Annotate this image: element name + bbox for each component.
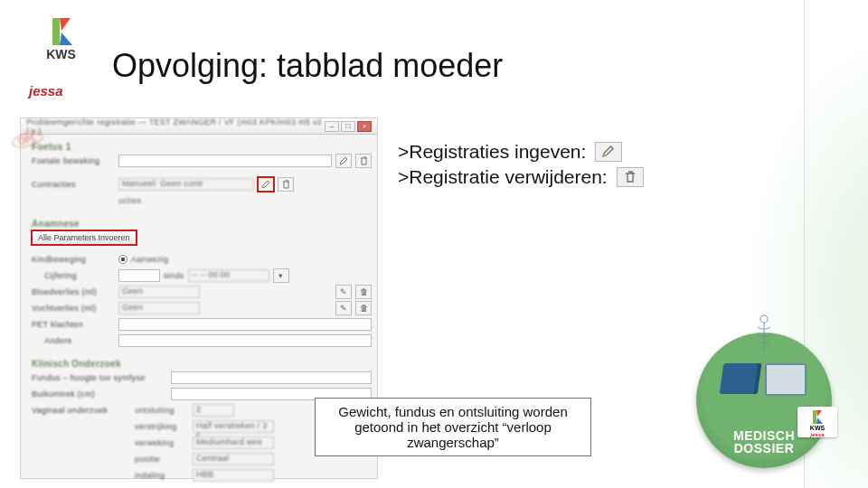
callout-line-1: >Registraties ingeven: xyxy=(398,141,586,163)
label-foetale-bewaking: Foetale bewaking xyxy=(32,156,115,165)
input-vochtverlies[interactable]: Geen xyxy=(118,302,200,314)
input-pet[interactable] xyxy=(118,318,372,331)
svg-marker-0 xyxy=(52,18,60,45)
delete-button[interactable]: 🗑 xyxy=(355,301,372,315)
trash-icon xyxy=(617,167,644,187)
calendar-button[interactable]: ▾ xyxy=(273,268,289,283)
svg-point-3 xyxy=(760,315,768,323)
label-fundus: Fundus – hoogte tov symfyse xyxy=(32,373,167,382)
label-kindbeweging: Kindbeweging xyxy=(32,255,115,264)
label-andere: Andere xyxy=(32,336,115,345)
kws-logo: KWS xyxy=(36,18,86,61)
window-titlebar: Probleemgerichte registratie — TEST ZWAN… xyxy=(21,118,377,135)
label-bloedverlies: Bloedverlies (ml) xyxy=(32,287,115,296)
edit-button[interactable] xyxy=(335,154,352,168)
edit-icon xyxy=(595,142,622,162)
medisch-dossier-badge: MEDISCH DOSSIER KWS jessa xyxy=(696,333,850,468)
edit-button-highlighted[interactable] xyxy=(258,177,274,192)
input-andere[interactable] xyxy=(118,334,372,347)
label-contracties: Contracties xyxy=(32,180,115,189)
input-verweking[interactable]: Mediumhard wee xyxy=(193,436,274,449)
edit-button[interactable]: ✎ xyxy=(335,285,352,299)
input-cijfering[interactable] xyxy=(118,269,160,282)
kws-logo-text: KWS xyxy=(36,47,86,61)
sublabel-verweking: verweking xyxy=(135,438,189,447)
input-positie[interactable]: Centraal xyxy=(193,453,274,465)
svg-marker-4 xyxy=(813,410,816,424)
tag-jessa-label: jessa xyxy=(810,432,824,437)
input-foetale-bewaking[interactable] xyxy=(118,155,332,167)
edit-button[interactable]: ✎ xyxy=(335,301,352,315)
slide-title: Opvolging: tabblad moeder xyxy=(112,47,503,85)
input-indaling[interactable]: HBB xyxy=(193,469,274,482)
folder-icon xyxy=(722,363,807,396)
label-buikomtrek: Buikomtrek (cm) xyxy=(32,389,167,399)
close-button[interactable]: × xyxy=(357,121,372,132)
svg-marker-5 xyxy=(816,410,822,417)
callout-list: >Registraties ingeven: >Registratie verw… xyxy=(398,141,644,192)
svg-marker-1 xyxy=(60,18,71,31)
sublabel-verstrijking: verstrijking xyxy=(135,422,189,431)
delete-button[interactable]: 🗑 xyxy=(355,285,372,299)
input-contracties[interactable]: Manueel: Geen contr xyxy=(118,178,254,191)
label-sinds: sinds xyxy=(164,271,184,280)
kws-tag: KWS jessa xyxy=(797,407,837,437)
kws-logo-mark xyxy=(36,18,86,45)
alle-parameters-button[interactable]: Alle Parameters Invoeren xyxy=(32,230,137,245)
svg-marker-2 xyxy=(60,33,72,45)
section-foetus: Foetus 1 xyxy=(32,142,372,152)
section-klinisch: Klinisch Onderzoek xyxy=(32,359,372,369)
window-controls: – □ × xyxy=(325,121,372,132)
radio-aanwezig[interactable] xyxy=(118,255,127,264)
radio-label: Aanwezig xyxy=(131,255,168,264)
info-callout-box: Gewicht, fundus en ontsluiting worden ge… xyxy=(315,398,591,456)
label-vochtverlies: Vochtverlies (ml) xyxy=(32,304,115,313)
minimize-button[interactable]: – xyxy=(325,121,339,132)
contracties-sub: ucties xyxy=(118,196,141,205)
section-anamnese: Anamnese xyxy=(32,219,372,229)
delete-button[interactable] xyxy=(355,154,372,168)
caduceus-icon xyxy=(752,314,776,358)
badge-line-2: DOSSIER xyxy=(734,441,795,455)
input-sinds-datetime[interactable]: -- -- 00:00 xyxy=(188,269,269,282)
maximize-button[interactable]: □ xyxy=(341,121,355,132)
label-cijfering: Cijfering xyxy=(32,271,115,280)
sublabel-positie: positie xyxy=(135,455,189,464)
label-pet: PET klachten xyxy=(32,320,115,329)
input-verstrijking[interactable]: Half verstreken / 2 c xyxy=(193,420,274,433)
delete-button[interactable] xyxy=(278,177,294,192)
svg-marker-6 xyxy=(816,418,823,424)
input-fundus[interactable] xyxy=(171,371,372,384)
tag-kws-label: KWS xyxy=(810,425,825,431)
callout-line-2: >Registratie verwijderen: xyxy=(398,166,608,188)
input-bloedverlies[interactable]: Geen xyxy=(118,286,200,298)
input-ontsluiting[interactable]: 2 xyxy=(193,404,234,417)
label-vaginaal: Vaginaal onderzoek xyxy=(32,406,131,415)
sublabel-ontsluiting: ontsluiting xyxy=(135,406,189,415)
jessa-logo: jessa xyxy=(29,83,63,99)
window-title: Probleemgerichte registratie — TEST ZWAN… xyxy=(26,117,325,136)
sublabel-indaling: indaling xyxy=(135,471,189,480)
